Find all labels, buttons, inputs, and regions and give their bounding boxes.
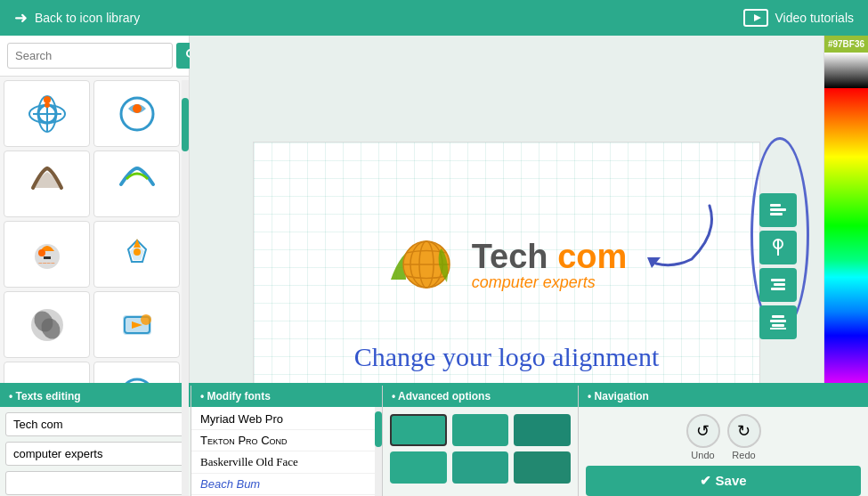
back-to-library-button[interactable]: ➜ Back to icon library: [14, 8, 140, 28]
font-item-tekton[interactable]: Tekton Pro Cond: [191, 430, 375, 451]
svg-rect-46: [770, 213, 783, 215]
svg-rect-49: [771, 279, 785, 281]
bottom-section: Texts editing Modify fonts Myriad Web Pr…: [0, 383, 868, 496]
modify-fonts-inner: Myriad Web Pro Tekton Pro Cond Baskervil…: [191, 407, 382, 496]
modify-fonts-header: Modify fonts: [191, 386, 382, 407]
font-item-beach-bum[interactable]: Beach Bum: [191, 474, 375, 495]
video-tutorials-button[interactable]: Video tutorials: [743, 9, 854, 27]
back-arrow-icon: ➜: [14, 8, 28, 28]
texts-inputs: [0, 407, 191, 496]
bw-gradient-strip[interactable]: [824, 53, 868, 88]
swatch-6[interactable]: [514, 451, 571, 484]
svg-marker-0: [754, 14, 761, 21]
swatch-1[interactable]: [390, 414, 447, 446]
list-item[interactable]: [4, 150, 90, 217]
align-right-button[interactable]: [759, 268, 797, 302]
fonts-scrollbar-thumb: [375, 411, 382, 447]
undo-redo-row: ↺ Undo ↻ Redo: [586, 414, 861, 460]
logo-title-text: Tech: [472, 238, 557, 275]
navigation-panel: Navigation ↺ Undo ↻ Redo ✔ Save: [579, 386, 868, 496]
canvas-tagline: Change your logo alignment: [354, 342, 659, 372]
svg-rect-54: [772, 324, 784, 327]
swatch-2[interactable]: [452, 414, 509, 446]
undo-label: Undo: [691, 450, 714, 460]
redo-circle: ↻: [727, 414, 761, 448]
logo-title: Tech com: [472, 240, 628, 273]
font-item-myriad[interactable]: Myriad Web Pro: [191, 409, 375, 430]
svg-text:~~~~: ~~~~: [38, 259, 55, 267]
redo-label: Redo: [732, 450, 755, 460]
svg-point-26: [141, 314, 151, 325]
redo-button[interactable]: ↻ Redo: [727, 414, 761, 460]
modify-fonts-panel: Modify fonts Myriad Web Pro Tekton Pro C…: [191, 386, 383, 496]
navigation-header: Navigation: [579, 386, 868, 407]
list-item[interactable]: [93, 150, 180, 217]
header: ➜ Back to icon library Video tutorials: [0, 0, 868, 36]
logo-top-row: Tech com computer experts: [386, 231, 628, 302]
fonts-scrollbar[interactable]: [375, 407, 382, 496]
swatch-3[interactable]: [514, 414, 571, 446]
texts-editing-header: Texts editing: [0, 386, 191, 407]
svg-rect-53: [770, 320, 786, 322]
texts-editing-panel: Texts editing: [0, 386, 191, 496]
svg-point-11: [133, 104, 142, 113]
undo-circle: ↺: [686, 414, 720, 448]
svg-point-10: [121, 98, 153, 130]
svg-point-13: [38, 249, 45, 256]
fonts-list: Myriad Web Pro Tekton Pro Cond Baskervil…: [191, 407, 375, 496]
video-icon: [743, 9, 768, 27]
advanced-options-header: Advanced options: [383, 386, 578, 407]
list-item[interactable]: ~~~~: [4, 221, 90, 288]
advanced-options-panel: Advanced options: [383, 386, 579, 496]
svg-point-18: [134, 248, 141, 256]
logo-highlight: com: [557, 238, 627, 275]
color-gradient-strip[interactable]: [824, 88, 868, 432]
text-field-3[interactable]: [5, 471, 185, 495]
undo-button[interactable]: ↺ Undo: [686, 414, 720, 460]
nav-actions: ↺ Undo ↻ Redo ✔ Save: [579, 407, 868, 496]
svg-rect-44: [770, 204, 781, 207]
arrow-annotation: [638, 197, 745, 281]
search-input[interactable]: [7, 43, 173, 69]
color-swatches: [383, 407, 578, 491]
logo-globe-icon: [386, 231, 458, 302]
text-field-2[interactable]: [5, 442, 185, 466]
svg-rect-45: [770, 208, 786, 211]
list-item[interactable]: [4, 80, 90, 147]
swatch-5[interactable]: [452, 451, 509, 484]
align-bottom-button[interactable]: [759, 305, 797, 339]
text-field-1[interactable]: [5, 412, 185, 436]
svg-marker-43: [647, 257, 661, 268]
list-item[interactable]: [93, 221, 180, 288]
svg-point-9: [45, 102, 50, 108]
logo-text-block: Tech com computer experts: [472, 240, 628, 292]
back-label: Back to icon library: [35, 11, 140, 25]
svg-rect-51: [771, 288, 785, 290]
logo-content: Tech com computer experts: [386, 231, 628, 302]
logo-subtitle: computer experts: [472, 273, 628, 292]
color-hex-value[interactable]: #97BF36: [824, 36, 868, 53]
list-item[interactable]: [93, 291, 180, 358]
svg-rect-50: [774, 283, 785, 286]
svg-point-8: [44, 96, 51, 103]
swatch-4[interactable]: [390, 451, 447, 484]
save-button[interactable]: ✔ Save: [586, 466, 861, 496]
list-item[interactable]: [4, 291, 90, 358]
search-bar: [0, 36, 189, 77]
align-top-left-button[interactable]: [759, 193, 797, 227]
svg-rect-52: [772, 315, 784, 318]
video-label: Video tutorials: [775, 11, 854, 25]
list-item[interactable]: [93, 80, 180, 147]
align-center-button[interactable]: [759, 231, 797, 264]
font-item-baskerville[interactable]: Baskerville Old Face: [191, 451, 375, 474]
alignment-panel: [759, 193, 797, 339]
